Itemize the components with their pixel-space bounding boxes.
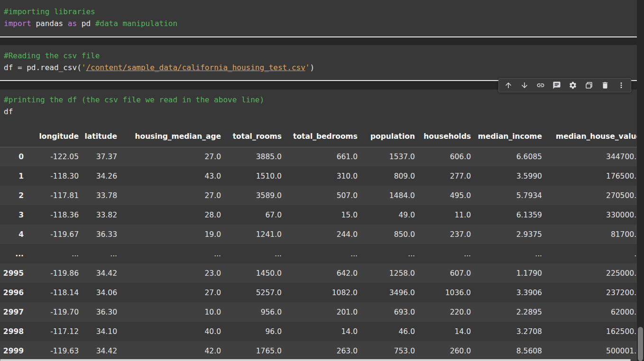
table-cell: 344700.0	[546, 147, 637, 166]
code-line: df	[4, 106, 637, 117]
table-cell: ...	[285, 244, 361, 263]
table-cell: 27.0	[121, 147, 225, 166]
row-index: 2999	[0, 341, 28, 361]
row-index: ...	[0, 244, 28, 263]
table-cell: 3.5990	[475, 166, 546, 186]
table-row: 2997-119.7036.3010.0956.0201.0693.0220.0…	[0, 302, 637, 322]
horizontal-scrollbar-thumb[interactable]	[0, 359, 631, 361]
code-cell-imports[interactable]: #importing librariesimport pandas as pd …	[0, 0, 637, 36]
trash-icon	[601, 81, 609, 90]
row-index: 2	[0, 186, 28, 205]
column-header: housing_median_age	[121, 126, 225, 147]
table-cell: ...	[28, 244, 83, 263]
add-comment-button[interactable]	[549, 79, 565, 92]
code-cell-read-csv[interactable]: #Reading the csv filedf = pd.read_csv('/…	[0, 45, 637, 80]
code-token: )	[310, 63, 314, 72]
table-cell: 176500.0	[546, 166, 637, 186]
table-cell: -118.36	[28, 205, 83, 225]
table-cell: ...	[546, 244, 637, 263]
cell-output: longitudelatitudehousing_median_agetotal…	[0, 119, 637, 361]
column-header: population	[361, 126, 419, 147]
table-cell: 237200.0	[546, 283, 637, 302]
table-row: 0-122.0537.3727.03885.0661.01537.0606.06…	[0, 147, 637, 166]
table-row: 2998-117.1234.1040.096.014.046.014.03.27…	[0, 322, 637, 341]
table-cell: -118.30	[28, 166, 83, 186]
table-cell: 34.42	[83, 341, 121, 361]
column-header: latitude	[83, 126, 121, 147]
vertical-scrollbar[interactable]	[637, 0, 644, 361]
column-header: total_rooms	[225, 126, 285, 147]
arrow-down-icon	[520, 81, 529, 90]
code-cell-print-df[interactable]: #printing the df (the csv file we read i…	[0, 90, 637, 361]
code-editor[interactable]: #importing librariesimport pandas as pd …	[4, 6, 637, 29]
table-cell: ...	[419, 244, 475, 263]
table-cell: 5257.0	[225, 283, 285, 302]
column-header: longitude	[28, 126, 83, 147]
table-cell: 46.0	[361, 322, 419, 341]
table-row: 2995-119.8634.4223.01450.0642.01258.0607…	[0, 263, 637, 283]
table-cell: -119.67	[28, 225, 83, 244]
code-token: df	[4, 107, 13, 116]
column-header: median_income	[475, 126, 546, 147]
csv-path-link[interactable]: /content/sample_data/california_housing_…	[86, 63, 305, 72]
table-row: 2999-119.6334.4242.01765.0263.0753.0260.…	[0, 341, 637, 361]
table-cell: 14.0	[285, 322, 361, 341]
mirror-cell-in-tab-button[interactable]	[581, 79, 597, 92]
move-cell-down-button[interactable]	[516, 79, 533, 92]
editor-settings-button[interactable]	[565, 79, 581, 92]
horizontal-scrollbar[interactable]	[0, 359, 637, 361]
table-cell: 49.0	[361, 205, 419, 225]
code-editor[interactable]: #Reading the csv filedf = pd.read_csv('/…	[4, 50, 637, 73]
table-cell: 263.0	[285, 341, 361, 361]
code-token: pd	[77, 19, 95, 28]
table-cell: 34.10	[83, 322, 121, 341]
code-token: '	[82, 63, 86, 72]
table-row: 2996-118.1434.0627.05257.01082.03496.010…	[0, 283, 637, 302]
table-cell: 495.0	[419, 186, 475, 205]
vertical-scrollbar-thumb[interactable]	[638, 327, 643, 361]
copy-cell-link-button[interactable]	[533, 79, 549, 92]
table-cell: 8.5608	[475, 341, 546, 361]
table-cell: 693.0	[361, 302, 419, 322]
table-cell: 36.33	[83, 225, 121, 244]
table-cell: 260.0	[419, 341, 475, 361]
comment-icon	[552, 81, 561, 90]
table-row: 4-119.6736.3319.01241.0244.0850.0237.02.…	[0, 225, 637, 244]
table-cell: 507.0	[285, 186, 361, 205]
table-cell: 3496.0	[361, 283, 419, 302]
table-cell: 96.0	[225, 322, 285, 341]
code-token: pandas	[31, 19, 68, 28]
table-cell: 225000.0	[546, 263, 637, 283]
table-cell: 2.9375	[475, 225, 546, 244]
link-icon	[536, 81, 545, 90]
table-cell: 34.26	[83, 166, 121, 186]
row-index: 3	[0, 205, 28, 225]
move-cell-up-button[interactable]	[500, 79, 516, 92]
code-editor[interactable]: #printing the df (the csv file we read i…	[4, 94, 637, 117]
code-token: #printing the df (the csv file we read i…	[4, 95, 264, 104]
table-row: 3-118.3633.8228.067.015.049.011.06.13593…	[0, 205, 637, 225]
table-cell: 14.0	[419, 322, 475, 341]
table-cell: 36.30	[83, 302, 121, 322]
table-cell: 6.1359	[475, 205, 546, 225]
table-cell: 34.42	[83, 263, 121, 283]
table-cell: 5.7934	[475, 186, 546, 205]
table-cell: 3.2708	[475, 322, 546, 341]
table-row: 1-118.3034.2643.01510.0310.0809.0277.03.…	[0, 166, 637, 186]
code-token: #importing libraries	[4, 7, 95, 16]
table-cell: 10.0	[121, 302, 225, 322]
table-cell: 1258.0	[361, 263, 419, 283]
table-cell: 11.0	[419, 205, 475, 225]
delete-cell-button[interactable]	[597, 79, 613, 92]
table-cell: 27.0	[121, 186, 225, 205]
table-cell: 237.0	[419, 225, 475, 244]
table-cell: 40.0	[121, 322, 225, 341]
code-line: #printing the df (the csv file we read i…	[4, 94, 637, 106]
table-cell: 6.6085	[475, 147, 546, 166]
more-cell-actions-button[interactable]	[613, 79, 629, 92]
table-cell: ...	[475, 244, 546, 263]
table-cell: 1510.0	[225, 166, 285, 186]
table-cell: ...	[121, 244, 225, 263]
table-cell: 753.0	[361, 341, 419, 361]
code-line: #importing libraries	[4, 6, 637, 18]
